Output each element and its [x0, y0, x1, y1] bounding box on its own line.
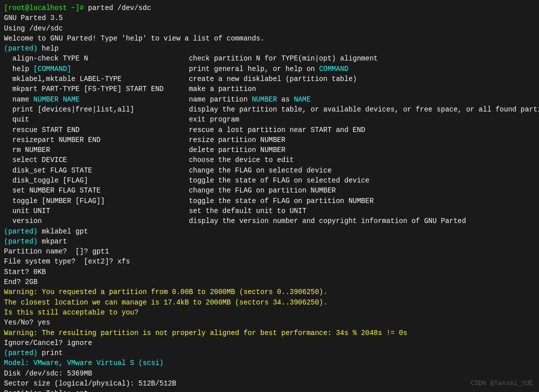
terminal-line-warn4: Warning: The resulting partition is not …: [4, 328, 535, 338]
terminal-line-h14: set NUMBER FLAG STATE change the FLAG on…: [4, 186, 535, 196]
terminal-line-h13: disk_toggle [FLAG] toggle the state of F…: [4, 176, 535, 186]
terminal-line-ptable: Partition Table: gpt: [4, 388, 535, 392]
terminal-line-mklabel: (parted) mklabel gpt: [4, 226, 535, 236]
terminal-line-h4: mkpart PART-TYPE [FS-TYPE] START END mak…: [4, 84, 535, 94]
terminal-line-fstype: File system type? [ext2]? xfs: [4, 256, 535, 266]
terminal-line-ignore: Ignore/Cancel? ignore: [4, 338, 535, 348]
terminal-line-mkpart: (parted) mkpart: [4, 236, 535, 246]
terminal-line-print-cmd: (parted) print: [4, 348, 535, 358]
terminal-line-warn1: Warning: You requested a partition from …: [4, 287, 535, 297]
terminal-line-h10: rm NUMBER delete partition NUMBER: [4, 145, 535, 155]
terminal-line-h7: quit exit program: [4, 114, 535, 124]
terminal-line-h6: print [devices|free|list,all] display th…: [4, 104, 535, 114]
terminal-line-sector: Sector size (logical/physical): 512B/512…: [4, 378, 535, 388]
terminal-line-h8: rescue START END rescue a lost partition…: [4, 125, 535, 135]
terminal-line-welcome: Welcome to GNU Parted! Type 'help' to vi…: [4, 34, 535, 44]
terminal-line-warn2: The closest location we can manage is 17…: [4, 298, 535, 308]
terminal-line-h9: resizepart NUMBER END resize partition N…: [4, 135, 535, 145]
terminal-line-parted-help: (parted) help: [4, 44, 535, 54]
terminal-window: [root@localhost ~]# parted /dev/sdcGNU P…: [0, 0, 539, 392]
terminal-content: [root@localhost ~]# parted /dev/sdcGNU P…: [4, 3, 535, 392]
terminal-line-h1: align-check TYPE N check partition N for…: [4, 54, 535, 64]
terminal-line-h16: unit UNIT set the default unit to UNIT: [4, 206, 535, 216]
terminal-line-h12: disk_set FLAG STATE change the FLAG on s…: [4, 166, 535, 176]
terminal-line-h15: toggle [NUMBER [FLAG]] toggle the state …: [4, 196, 535, 206]
terminal-line-warn3: Is this still acceptable to you?: [4, 308, 535, 318]
terminal-line-end: End? 2GB: [4, 277, 535, 287]
terminal-line-start: Start? 0KB: [4, 267, 535, 277]
terminal-line-gnu-parted: GNU Parted 3.5: [4, 13, 535, 23]
terminal-line-using: Using /dev/sdc: [4, 24, 535, 34]
terminal-line-partname: Partition name? []? gpt1: [4, 246, 535, 256]
terminal-line-cmd-line: [root@localhost ~]# parted /dev/sdc: [4, 3, 535, 13]
terminal-line-model: Model: VMware, VMware Virtual S (scsi): [4, 358, 535, 368]
terminal-line-h17: version display the version number and c…: [4, 216, 535, 226]
terminal-line-yesno: Yes/No? yes: [4, 318, 535, 328]
terminal-line-disk: Disk /dev/sdc: 5369MB: [4, 368, 535, 378]
terminal-line-h5: name NUMBER NAME name partition NUMBER a…: [4, 94, 535, 104]
terminal-line-h11: select DEVICE choose the device to edit: [4, 155, 535, 165]
watermark: CSDN @Tassel_YUE: [470, 380, 533, 387]
terminal-line-h2: help [COMMAND] print general help, or he…: [4, 64, 535, 74]
terminal-line-h3: mklabel,mktable LABEL-TYPE create a new …: [4, 74, 535, 84]
